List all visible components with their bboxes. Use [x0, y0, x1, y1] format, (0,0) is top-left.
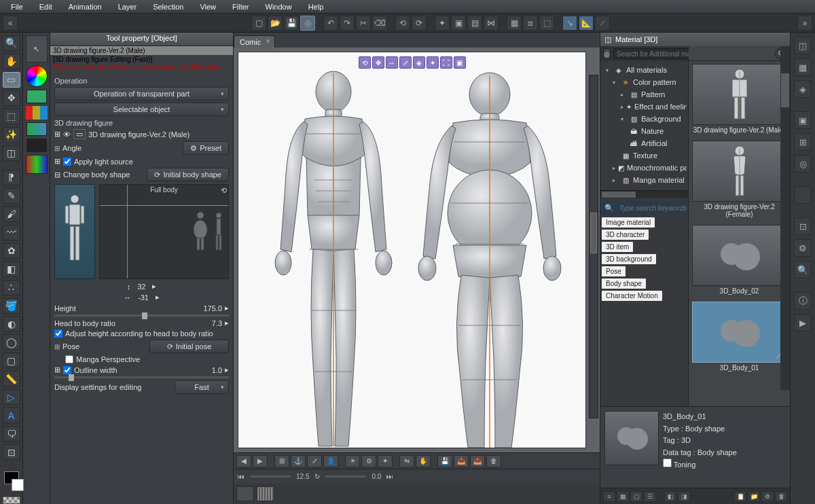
expand-icon[interactable]: ⊞	[54, 130, 60, 139]
tree-background[interactable]: ▾▧Background	[602, 113, 687, 125]
pose-import-icon[interactable]: 👤	[323, 455, 338, 467]
frame-icon[interactable]: ▢	[3, 353, 20, 368]
nav-right-icon[interactable]: ⏭	[386, 473, 393, 480]
light-2-icon[interactable]: ⚙	[361, 455, 376, 467]
view-list-icon[interactable]: ≡	[603, 491, 615, 502]
manga-perspective-checkbox[interactable]	[65, 355, 73, 363]
display-mode-dropdown[interactable]: Fast	[175, 380, 229, 394]
toning-checkbox[interactable]	[663, 458, 672, 467]
tree-monochromatic[interactable]: ▸◩Monochromatic pattern	[602, 162, 687, 174]
adjust-height-checkbox[interactable]	[54, 329, 62, 338]
hand-tool-icon[interactable]: ✋	[3, 54, 20, 69]
zoom-value[interactable]: 12.5	[296, 473, 309, 480]
pen-icon[interactable]: ✎	[3, 188, 20, 204]
butterfly-icon[interactable]: ⋈	[484, 16, 499, 31]
select-icon[interactable]: ⬚	[3, 109, 20, 124]
tree-nature[interactable]: 🏔Nature	[602, 125, 687, 137]
page-icon[interactable]: ▭	[73, 129, 86, 139]
text-icon[interactable]: A	[3, 408, 20, 423]
dock-3d-icon[interactable]: ◈	[794, 80, 812, 98]
cloud-icon[interactable]: ◎	[300, 16, 315, 31]
tree-artificial[interactable]: 🏙Artificial	[602, 137, 687, 149]
snap-ruler-icon[interactable]: 📐	[579, 16, 594, 31]
open-file-icon[interactable]: 📂	[268, 16, 283, 31]
outline-checkbox[interactable]	[63, 366, 71, 374]
expand-light-icon[interactable]: ⊞	[54, 157, 60, 166]
dock-anim-icon[interactable]: ▶	[794, 314, 812, 331]
dock-info-icon[interactable]: ⓘ	[794, 292, 812, 310]
object-tool-icon[interactable]: ▭	[3, 72, 20, 88]
close-tab-icon[interactable]: ✕	[266, 38, 271, 45]
3d-figure-left[interactable]	[259, 66, 408, 448]
tag-3d-background[interactable]: 3D background	[602, 254, 656, 264]
angle-expander[interactable]: Angle	[54, 144, 82, 152]
expand-outline-icon[interactable]: ⊞	[54, 365, 60, 374]
stepper-icon[interactable]: ▸	[152, 282, 156, 291]
view-detail-icon[interactable]: ☰	[644, 491, 656, 502]
zoom-tool-icon[interactable]: 🔍	[3, 35, 20, 51]
dock-search-icon[interactable]: 🔍	[794, 261, 812, 278]
body-shape-editor[interactable]: Full body ⟲	[54, 184, 229, 279]
pose-expander[interactable]: Pose	[54, 342, 79, 350]
brush-icon[interactable]: 🖌	[3, 206, 20, 222]
height-stepper-icon[interactable]: ▸	[225, 304, 229, 312]
toggle-tree-icon[interactable]: ◧	[664, 491, 676, 502]
head-ratio-value[interactable]: 7.3	[212, 319, 222, 327]
tab-comic[interactable]: Comic✕	[234, 35, 275, 48]
menu-window[interactable]: Window	[259, 1, 299, 12]
tag-3d-item[interactable]: 3D item	[602, 242, 633, 252]
delete-icon[interactable]: ⌫	[372, 16, 387, 31]
ground-icon[interactable]: ⊞	[274, 455, 289, 467]
step-fwd-icon[interactable]: ⟳	[412, 16, 427, 31]
fg-color-swatch[interactable]	[4, 471, 19, 484]
thumb-body-01[interactable]: ⤢ 3D_Body_01	[692, 302, 787, 376]
canvas[interactable]: ⟲ ✥ ↔ ⤢ ◈ ✦ ⛶ ▣	[238, 52, 586, 448]
save-icon[interactable]: 💾	[284, 16, 299, 31]
next-icon[interactable]: ▶	[253, 455, 268, 467]
balloon-icon[interactable]: 🗨	[3, 426, 20, 442]
color-swatch-1[interactable]	[26, 90, 47, 103]
tag-3d-character[interactable]: 3D character	[602, 230, 649, 240]
eraser-icon[interactable]: ◧	[3, 262, 20, 277]
new-file-icon[interactable]: ▢	[251, 16, 266, 31]
prev-icon[interactable]: ◀	[236, 455, 251, 467]
initial-body-button[interactable]: ⟳Initial body shape	[147, 168, 229, 181]
grid-icon[interactable]: ▦	[507, 16, 522, 31]
thumb-female-figure[interactable]: 3D drawing figure-Ver.2 (Female)	[692, 141, 787, 222]
correct-icon[interactable]: ⊡	[3, 444, 20, 460]
animation-panel-icon[interactable]	[257, 486, 274, 501]
anchor-icon[interactable]: ⚓	[291, 455, 306, 467]
outline-value[interactable]: 1.0	[212, 366, 222, 374]
timeline-toggle-icon[interactable]	[236, 486, 254, 501]
collapse-body-icon[interactable]: ⊟	[54, 170, 60, 179]
move-layer-icon[interactable]: ✥	[3, 90, 20, 106]
reset-body-icon[interactable]: ⟲	[221, 186, 227, 195]
crosshair-icon[interactable]: ✦	[435, 16, 450, 31]
menu-animation[interactable]: Animation	[62, 1, 109, 12]
decoration-icon[interactable]: ✿	[3, 243, 20, 259]
height-slider[interactable]	[54, 314, 229, 317]
menu-view[interactable]: View	[193, 1, 223, 12]
dock-item-icon[interactable]: ◎	[794, 155, 812, 173]
properties-icon[interactable]: ⚙	[761, 491, 774, 502]
fill-icon[interactable]: 🪣	[3, 298, 20, 314]
wand-icon[interactable]: ✨	[3, 127, 20, 143]
thumb-male-figure[interactable]: 3D drawing figure-Ver.2 (Male)	[692, 64, 787, 138]
dock-history-icon[interactable]	[794, 186, 812, 204]
dock-layerprop-icon[interactable]: ⚙	[794, 239, 812, 257]
figure-icon[interactable]: ◯	[3, 334, 20, 350]
viewport-scrollbar-vertical[interactable]	[589, 75, 598, 418]
toggle-preview-icon[interactable]: ◨	[678, 491, 690, 502]
angle-value[interactable]: 0.0	[372, 473, 381, 480]
scale-reset-icon[interactable]: ⤢	[307, 455, 322, 467]
dock-autoaction-icon[interactable]: ⊡	[794, 217, 812, 235]
perspective-icon[interactable]: ⧈	[523, 16, 538, 31]
tag-image-material[interactable]: Image material	[602, 217, 655, 228]
light-1-icon[interactable]: ☀	[345, 455, 360, 467]
ruler-tool-icon[interactable]: 📏	[3, 371, 20, 386]
delete-material-icon[interactable]: 🗑	[775, 491, 787, 502]
rotate-icon[interactable]: ↻	[314, 473, 320, 480]
dock-layer-icon[interactable]: ▦	[794, 58, 812, 76]
blend-icon[interactable]: ∴	[3, 280, 20, 295]
stepper-icon-2[interactable]: ▸	[156, 293, 160, 302]
